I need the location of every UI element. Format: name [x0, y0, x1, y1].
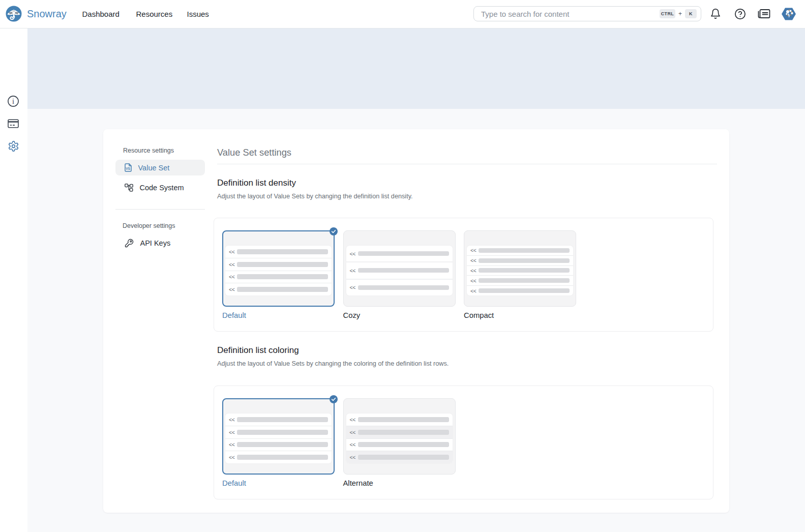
svg-text:VS: VS: [126, 167, 130, 170]
svg-text:i: i: [12, 97, 14, 105]
